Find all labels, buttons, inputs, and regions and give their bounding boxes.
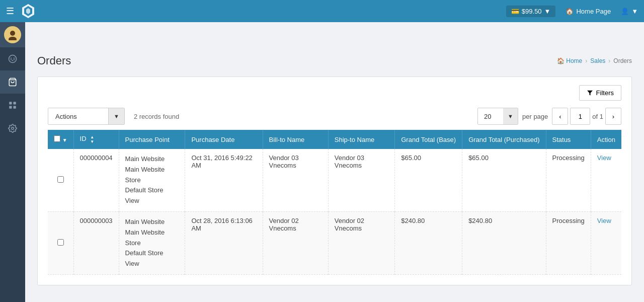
row-checkbox-cell (48, 149, 73, 211)
home-page-link[interactable]: 🏠 Home Page (566, 8, 611, 15)
actions-dropdown-arrow[interactable]: ▼ (109, 108, 124, 124)
row-id: 000000003 (73, 211, 119, 274)
credit-dropdown-icon: ▼ (544, 8, 551, 15)
table-header: ▼ ID ▲▼ Purchase Point Purchase Date Bil… (48, 130, 621, 149)
home-icon: 🏠 (566, 8, 574, 15)
svg-rect-14 (9, 106, 12, 109)
user-avatar[interactable] (0, 22, 25, 47)
id-sort-icons: ▲▼ (90, 135, 94, 144)
row-action: View (591, 211, 621, 274)
column-ship-to-name[interactable]: Ship-to Name (328, 130, 394, 149)
breadcrumb-home[interactable]: 🏠 Home (557, 57, 582, 64)
breadcrumb: 🏠 Home › Sales › Orders (557, 57, 632, 64)
sidebar-item-cart[interactable] (0, 70, 25, 94)
avatar-image (4, 26, 21, 43)
row-purchase-point: Main WebsiteMain Website StoreDefault St… (119, 211, 185, 274)
sidebar (0, 22, 25, 302)
row-grand-total-purchased: $65.00 (462, 149, 546, 211)
palette-icon (8, 54, 17, 63)
breadcrumb-sales[interactable]: Sales (590, 57, 605, 64)
svg-point-3 (10, 31, 15, 36)
filters-label: Filters (596, 89, 614, 97)
row-ship-to-name: Vendor 02 Vnecoms (328, 211, 394, 274)
row-checkbox[interactable] (57, 176, 64, 183)
page-of: of 1 (592, 113, 603, 120)
row-checkbox-cell (48, 211, 73, 274)
select-all-checkbox[interactable] (54, 135, 60, 142)
svg-point-7 (14, 57, 15, 58)
row-grand-total-purchased: $240.80 (462, 211, 546, 274)
column-status[interactable]: Status (546, 130, 591, 149)
row-bill-to-name: Vendor 02 Vnecoms (263, 211, 328, 274)
toolbar-right: 20 ▼ per page ‹ of 1 › (477, 108, 621, 125)
svg-point-10 (14, 59, 15, 60)
logo-icon (20, 3, 36, 19)
avatar-person-icon (7, 29, 18, 40)
filter-icon (587, 90, 593, 96)
main-content: Orders 🏠 Home › Sales › Orders Filters (25, 44, 644, 302)
column-checkbox: ▼ (48, 130, 73, 149)
svg-point-9 (11, 59, 12, 60)
credit-amount: $99.50 (522, 8, 542, 15)
column-id[interactable]: ID ▲▼ (73, 130, 119, 149)
page-title: Orders (37, 54, 71, 67)
column-purchase-point[interactable]: Purchase Point (119, 130, 185, 149)
svg-point-4 (9, 37, 17, 40)
pagination-prev[interactable]: ‹ (552, 108, 568, 125)
row-status: Processing (546, 211, 591, 274)
per-page-value: 20 (478, 108, 503, 124)
column-action: Action (591, 130, 621, 149)
column-grand-total-purchased[interactable]: Grand Total (Purchased) (462, 130, 546, 149)
credit-card-icon: 💳 (511, 8, 519, 15)
page-header: Orders 🏠 Home › Sales › Orders (37, 54, 632, 67)
row-ship-to-name: Vendor 03 Vnecoms (328, 149, 394, 211)
gear-icon (8, 124, 17, 133)
col-sort-icon: ▼ (62, 137, 67, 143)
filters-button[interactable]: Filters (579, 85, 621, 101)
svg-point-16 (12, 127, 14, 130)
user-icon: 👤 (621, 8, 629, 15)
hamburger-menu[interactable]: ☰ (6, 6, 14, 17)
svg-rect-13 (14, 102, 16, 104)
row-view-link[interactable]: View (597, 154, 611, 162)
column-purchase-date[interactable]: Purchase Date (185, 130, 263, 149)
svg-rect-12 (9, 102, 12, 104)
actions-dropdown[interactable]: Actions ▼ (48, 108, 125, 125)
pagination-next[interactable]: › (605, 108, 621, 125)
page-input[interactable] (570, 108, 590, 125)
row-checkbox[interactable] (57, 239, 64, 246)
per-page-select[interactable]: 20 ▼ (477, 108, 518, 125)
table-body: 000000004 Main WebsiteMain Website Store… (48, 149, 621, 274)
widgets-icon (8, 101, 17, 110)
row-view-link[interactable]: View (597, 217, 611, 224)
sidebar-item-settings[interactable] (0, 117, 25, 140)
svg-point-8 (12, 60, 13, 61)
row-purchase-date: Oct 28, 2016 6:13:06 AM (185, 211, 263, 274)
sidebar-item-design[interactable] (0, 47, 25, 70)
column-grand-total-base[interactable]: Grand Total (Base) (395, 130, 462, 149)
per-page-arrow[interactable]: ▼ (503, 108, 518, 124)
breadcrumb-sep-1: › (585, 57, 587, 64)
row-grand-total-base: $65.00 (395, 149, 462, 211)
breadcrumb-sep-2: › (608, 57, 610, 64)
sidebar-item-widgets[interactable] (0, 94, 25, 117)
row-bill-to-name: Vendor 03 Vnecoms (263, 149, 328, 211)
column-bill-to-name[interactable]: Bill-to Name (263, 130, 328, 149)
svg-rect-15 (14, 106, 16, 109)
credit-balance[interactable]: 💳 $99.50 ▼ (506, 6, 556, 17)
svg-marker-17 (587, 91, 593, 96)
row-id: 000000004 (73, 149, 119, 211)
cart-icon (8, 78, 17, 87)
svg-point-5 (9, 55, 17, 63)
row-status: Processing (546, 149, 591, 211)
user-dropdown-icon: ▼ (631, 8, 638, 15)
table-header-row: ▼ ID ▲▼ Purchase Point Purchase Date Bil… (48, 130, 621, 149)
row-grand-total-base: $240.80 (395, 211, 462, 274)
pagination: ‹ of 1 › (552, 108, 621, 125)
row-action: View (591, 149, 621, 211)
table-row: 000000003 Main WebsiteMain Website Store… (48, 211, 621, 274)
actions-label: Actions (48, 108, 109, 124)
svg-point-6 (11, 57, 12, 58)
table-row: 000000004 Main WebsiteMain Website Store… (48, 149, 621, 211)
user-menu[interactable]: 👤 ▼ (621, 8, 638, 15)
